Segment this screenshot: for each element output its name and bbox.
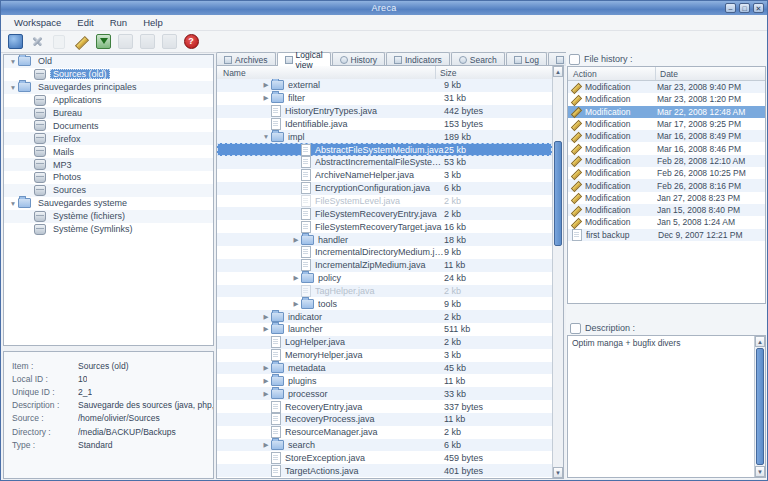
menu-edit[interactable]: Edit xyxy=(70,16,100,29)
chevron-down-icon[interactable]: ▼ xyxy=(8,58,18,65)
file-row-indicator[interactable]: ▶indicator2 kb xyxy=(217,310,552,323)
chevron-down-icon[interactable]: ▼ xyxy=(8,84,18,91)
file-row-handler[interactable]: ▶handler18 kb xyxy=(217,233,552,246)
file-row-impl[interactable]: ▼impl189 kb xyxy=(217,130,552,143)
file-row-recoveryprocess-java[interactable]: RecoveryProcess.java11 kb xyxy=(217,413,552,426)
history-row[interactable]: ModificationMar 23, 2008 1:20 PM xyxy=(568,93,765,105)
file-row-plugins[interactable]: ▶plugins11 kb xyxy=(217,374,552,387)
titlebar[interactable]: Areca –□✕ xyxy=(1,1,767,15)
description-scrollbar[interactable]: ▲ ▼ xyxy=(754,336,765,477)
chevron-right-icon[interactable]: ▶ xyxy=(261,377,271,385)
desc-scroll-up-button[interactable]: ▲ xyxy=(755,336,765,347)
scroll-down-button[interactable]: ▼ xyxy=(553,467,563,478)
minimize-button[interactable]: – xyxy=(725,3,736,13)
file-row-recoveryentry-java[interactable]: RecoveryEntry.java337 bytes xyxy=(217,400,552,413)
open-workspace-button[interactable] xyxy=(6,33,24,50)
help-button[interactable]: ? xyxy=(182,33,200,50)
history-row[interactable]: ModificationJan 15, 2008 8:40 PM xyxy=(568,204,765,216)
file-row-abstractincrementalfilesystemmedi[interactable]: AbstractIncrementalFileSystemMedi53 kb xyxy=(217,156,552,169)
history-row[interactable]: ModificationFeb 28, 2008 12:10 AM xyxy=(568,155,765,167)
tree-item-mails[interactable]: Mails xyxy=(4,145,213,158)
tree-item-photos[interactable]: Photos xyxy=(4,171,213,184)
file-row-incrementalzipmedium-java[interactable]: IncrementalZipMedium.java11 kb xyxy=(217,259,552,272)
tree-item-bureau[interactable]: Bureau xyxy=(4,107,213,120)
chevron-right-icon[interactable]: ▶ xyxy=(261,313,271,321)
column-header-name[interactable]: Name xyxy=(217,66,436,79)
history-row[interactable]: ModificationJan 27, 2008 8:23 PM xyxy=(568,192,765,204)
tree-item-sources[interactable]: Sources xyxy=(4,184,213,197)
chevron-right-icon[interactable]: ▶ xyxy=(291,236,301,244)
chevron-down-icon[interactable]: ▼ xyxy=(8,200,18,207)
file-row-filesystemlevel-java[interactable]: FileSystemLevel.java2 kb xyxy=(217,195,552,208)
history-row[interactable]: ModificationMar 23, 2008 9:40 PM xyxy=(568,81,765,93)
file-row-resourcemanager-java[interactable]: ResourceManager.java2 kb xyxy=(217,426,552,439)
maximize-button[interactable]: □ xyxy=(739,3,750,13)
menu-workspace[interactable]: Workspace xyxy=(7,16,68,29)
file-row-archivenamehelper-java[interactable]: ArchiveNameHelper.java3 kb xyxy=(217,169,552,182)
chevron-right-icon[interactable]: ▶ xyxy=(261,364,271,372)
file-row-search[interactable]: ▶search6 kb xyxy=(217,439,552,452)
tree-item-sources-old[interactable]: Sources (old) xyxy=(4,68,213,81)
chevron-right-icon[interactable]: ▶ xyxy=(261,81,271,89)
file-row-memoryhelper-java[interactable]: MemoryHelper.java3 kb xyxy=(217,349,552,362)
file-row-filter[interactable]: ▶filter31 kb xyxy=(217,92,552,105)
chevron-right-icon[interactable]: ▶ xyxy=(261,441,271,449)
tree-item-mp3[interactable]: MP3 xyxy=(4,158,213,171)
file-row-targetactions-java[interactable]: TargetActions.java401 bytes xyxy=(217,464,552,477)
chevron-down-icon[interactable]: ▼ xyxy=(261,133,271,140)
file-list-scrollbar[interactable]: ▲ ▼ xyxy=(552,66,563,478)
file-row-abstractfilesystemmedium-java[interactable]: AbstractFileSystemMedium.java25 kb xyxy=(217,143,552,156)
tree-item-firefox[interactable]: Firefox xyxy=(4,132,213,145)
tab-log[interactable]: Log xyxy=(506,52,547,66)
backup-button[interactable] xyxy=(94,33,112,50)
history-row[interactable]: ModificationJan 5, 2008 1:24 AM xyxy=(568,216,765,228)
tree-item-documents[interactable]: Documents xyxy=(4,119,213,132)
tree-group-sauvegardes-principales[interactable]: ▼Sauvegardes principales xyxy=(4,81,213,94)
history-row[interactable]: ModificationFeb 26, 2008 10:25 PM xyxy=(568,167,765,179)
file-row-incrementaldirectorymedium-java[interactable]: IncrementalDirectoryMedium.java9 kb xyxy=(217,246,552,259)
file-row-processor[interactable]: ▶processor33 kb xyxy=(217,387,552,400)
chevron-right-icon[interactable]: ▶ xyxy=(261,390,271,398)
tab-history[interactable]: History xyxy=(332,52,385,66)
column-header-action[interactable]: Action xyxy=(568,67,656,80)
tab-archives[interactable]: Archives xyxy=(216,52,276,66)
tree-item-syst-me-fichiers[interactable]: Système (fichiers) xyxy=(4,210,213,223)
history-row[interactable]: ModificationMar 22, 2008 12:48 AM xyxy=(568,106,765,118)
close-button[interactable]: ✕ xyxy=(753,3,764,13)
history-row[interactable]: ModificationMar 16, 2008 8:49 PM xyxy=(568,130,765,142)
history-row[interactable]: ModificationFeb 26, 2008 8:16 PM xyxy=(568,179,765,191)
file-row-filesystemrecoverytarget-java[interactable]: FileSystemRecoveryTarget.java16 kb xyxy=(217,220,552,233)
tab-search[interactable]: Search xyxy=(451,52,505,66)
desc-scroll-down-button[interactable]: ▼ xyxy=(755,466,765,477)
scrollbar-thumb[interactable] xyxy=(554,141,562,246)
file-row-taghelper-java[interactable]: TagHelper.java2 kb xyxy=(217,285,552,298)
menu-run[interactable]: Run xyxy=(103,16,134,29)
column-header-size[interactable]: Size xyxy=(436,68,552,78)
chevron-right-icon[interactable]: ▶ xyxy=(261,325,271,333)
history-row[interactable]: first backupDec 9, 2007 12:21 PM xyxy=(568,229,765,241)
file-row-identifiable-java[interactable]: Identifiable.java153 bytes xyxy=(217,118,552,131)
tab-indicators[interactable]: Indicators xyxy=(386,52,450,66)
file-row-loghelper-java[interactable]: LogHelper.java2 kb xyxy=(217,336,552,349)
file-row-launcher[interactable]: ▶launcher511 kb xyxy=(217,323,552,336)
tree-item-applications[interactable]: Applications xyxy=(4,94,213,107)
file-row-tools[interactable]: ▶tools9 kb xyxy=(217,297,552,310)
chevron-right-icon[interactable]: ▶ xyxy=(291,274,301,282)
file-row-external[interactable]: ▶external9 kb xyxy=(217,79,552,92)
file-row-policy[interactable]: ▶policy24 kb xyxy=(217,272,552,285)
menu-help[interactable]: Help xyxy=(136,16,170,29)
desc-scrollbar-thumb[interactable] xyxy=(756,348,764,465)
tree-group-old[interactable]: ▼Old xyxy=(4,55,213,68)
column-header-date[interactable]: Date xyxy=(656,69,765,79)
file-row-storeexception-java[interactable]: StoreException.java459 bytes xyxy=(217,451,552,464)
edit-target-button[interactable] xyxy=(72,33,90,50)
history-row[interactable]: ModificationMar 17, 2008 9:25 PM xyxy=(568,118,765,130)
tree-item-syst-me-symlinks[interactable]: Système (Symlinks) xyxy=(4,223,213,236)
chevron-right-icon[interactable]: ▶ xyxy=(261,94,271,102)
tab-logical-view[interactable]: Logical view xyxy=(277,52,331,66)
tree-group-sauvegardes-systeme[interactable]: ▼Sauvegardes systeme xyxy=(4,197,213,210)
file-row-filesystemrecoveryentry-java[interactable]: FileSystemRecoveryEntry.java2 kb xyxy=(217,207,552,220)
scroll-up-button[interactable]: ▲ xyxy=(553,66,563,77)
file-row-metadata[interactable]: ▶metadata45 kb xyxy=(217,362,552,375)
file-row-historyentrytypes-java[interactable]: HistoryEntryTypes.java442 bytes xyxy=(217,105,552,118)
